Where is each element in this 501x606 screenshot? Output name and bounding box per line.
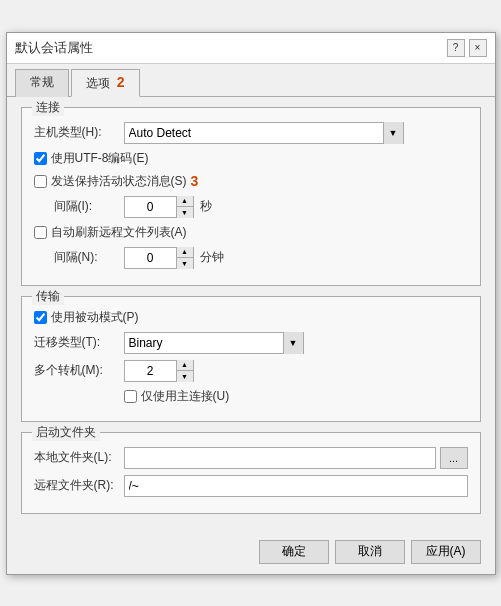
multi-conn-label: 多个转机(M): [34, 362, 124, 379]
main-only-label: 仅使用主连接(U) [141, 388, 230, 405]
auto-refresh-checkbox[interactable] [34, 226, 47, 239]
multi-conn-spinbox[interactable]: ▲ ▼ [124, 360, 194, 382]
interval-n-input[interactable] [125, 251, 176, 265]
apply-button[interactable]: 应用(A) [411, 540, 481, 564]
interval-i-input[interactable] [125, 200, 176, 214]
title-bar: 默认会话属性 ? × [7, 33, 495, 64]
main-only-row: 仅使用主连接(U) [34, 388, 468, 405]
cancel-button[interactable]: 取消 [335, 540, 405, 564]
host-type-select-container[interactable]: Auto Detect ▼ [124, 122, 404, 144]
passive-checkbox[interactable] [34, 311, 47, 324]
host-type-label: 主机类型(H): [34, 124, 124, 141]
keepalive-checkbox[interactable] [34, 175, 47, 188]
interval-i-unit: 秒 [200, 198, 212, 215]
auto-refresh-row: 自动刷新远程文件列表(A) [34, 224, 468, 241]
help-button[interactable]: ? [447, 39, 465, 57]
multi-conn-down-btn[interactable]: ▼ [177, 371, 193, 382]
transfer-type-select-container[interactable]: Binary ▼ [124, 332, 304, 354]
startup-section-title: 启动文件夹 [32, 424, 100, 441]
transfer-type-dropdown-btn[interactable]: ▼ [283, 332, 303, 354]
connection-section-title: 连接 [32, 99, 64, 116]
interval-n-up-btn[interactable]: ▲ [177, 247, 193, 258]
multi-conn-row: 多个转机(M): ▲ ▼ [34, 360, 468, 382]
remote-folder-input[interactable] [124, 475, 468, 497]
local-folder-input[interactable] [124, 447, 436, 469]
utf8-row: 使用UTF-8编码(E) [34, 150, 468, 167]
interval-i-up-btn[interactable]: ▲ [177, 196, 193, 207]
dialog-content: 连接 主机类型(H): Auto Detect ▼ 使用UTF-8编码(E) [7, 97, 495, 534]
local-folder-browse-btn[interactable]: ... [440, 447, 468, 469]
interval-n-spinbox[interactable]: ▲ ▼ [124, 247, 194, 269]
interval-i-row: 间隔(I): ▲ ▼ 秒 [34, 196, 468, 218]
main-only-checkbox[interactable] [124, 390, 137, 403]
host-type-dropdown-btn[interactable]: ▼ [383, 122, 403, 144]
interval-n-row: 间隔(N): ▲ ▼ 分钟 [34, 247, 468, 269]
transfer-section: 传输 使用被动模式(P) 迁移类型(T): Binary ▼ 多个转机(M): [21, 296, 481, 422]
interval-i-down-btn[interactable]: ▼ [177, 207, 193, 218]
dialog: 默认会话属性 ? × 常规 选项 2 连接 主机类型(H): Auto Dete… [6, 32, 496, 575]
tab-general-label: 常规 [30, 75, 54, 89]
remote-folder-label: 远程文件夹(R): [34, 477, 124, 494]
tab-general[interactable]: 常规 [15, 69, 69, 97]
host-type-select[interactable]: Auto Detect [125, 123, 383, 143]
interval-i-spinbox-btns: ▲ ▼ [176, 196, 193, 218]
transfer-type-label: 迁移类型(T): [34, 334, 124, 351]
transfer-section-title: 传输 [32, 288, 64, 305]
ok-button[interactable]: 确定 [259, 540, 329, 564]
remote-folder-row: 远程文件夹(R): [34, 475, 468, 497]
local-folder-label: 本地文件夹(L): [34, 449, 124, 466]
close-button[interactable]: × [469, 39, 487, 57]
transfer-type-row: 迁移类型(T): Binary ▼ [34, 332, 468, 354]
title-bar-left: 默认会话属性 [15, 39, 93, 57]
dialog-title: 默认会话属性 [15, 39, 93, 57]
multi-conn-up-btn[interactable]: ▲ [177, 360, 193, 371]
transfer-type-select[interactable]: Binary [125, 333, 283, 353]
keepalive-annotation: 3 [191, 173, 199, 189]
passive-row: 使用被动模式(P) [34, 309, 468, 326]
keepalive-row: 发送保持活动状态消息(S) 3 [34, 173, 468, 190]
interval-i-spinbox[interactable]: ▲ ▼ [124, 196, 194, 218]
auto-refresh-label: 自动刷新远程文件列表(A) [51, 224, 187, 241]
multi-conn-input[interactable] [125, 364, 176, 378]
passive-label: 使用被动模式(P) [51, 309, 139, 326]
interval-n-spinbox-btns: ▲ ▼ [176, 247, 193, 269]
tab-annotation: 2 [117, 74, 125, 90]
tab-options-label: 选项 [86, 76, 110, 90]
keepalive-label: 发送保持活动状态消息(S) [51, 173, 187, 190]
multi-conn-spinbox-btns: ▲ ▼ [176, 360, 193, 382]
title-bar-controls: ? × [447, 39, 487, 57]
tab-bar: 常规 选项 2 [7, 64, 495, 97]
startup-section: 启动文件夹 本地文件夹(L): ... 远程文件夹(R): [21, 432, 481, 514]
local-folder-row: 本地文件夹(L): ... [34, 447, 468, 469]
interval-i-label: 间隔(I): [34, 198, 124, 215]
connection-section: 连接 主机类型(H): Auto Detect ▼ 使用UTF-8编码(E) [21, 107, 481, 286]
utf8-label: 使用UTF-8编码(E) [51, 150, 149, 167]
interval-n-down-btn[interactable]: ▼ [177, 258, 193, 269]
tab-options[interactable]: 选项 2 [71, 69, 140, 97]
interval-n-label: 间隔(N): [34, 249, 124, 266]
host-type-row: 主机类型(H): Auto Detect ▼ [34, 122, 468, 144]
interval-n-unit: 分钟 [200, 249, 224, 266]
utf8-checkbox[interactable] [34, 152, 47, 165]
bottom-buttons: 确定 取消 应用(A) [7, 534, 495, 574]
